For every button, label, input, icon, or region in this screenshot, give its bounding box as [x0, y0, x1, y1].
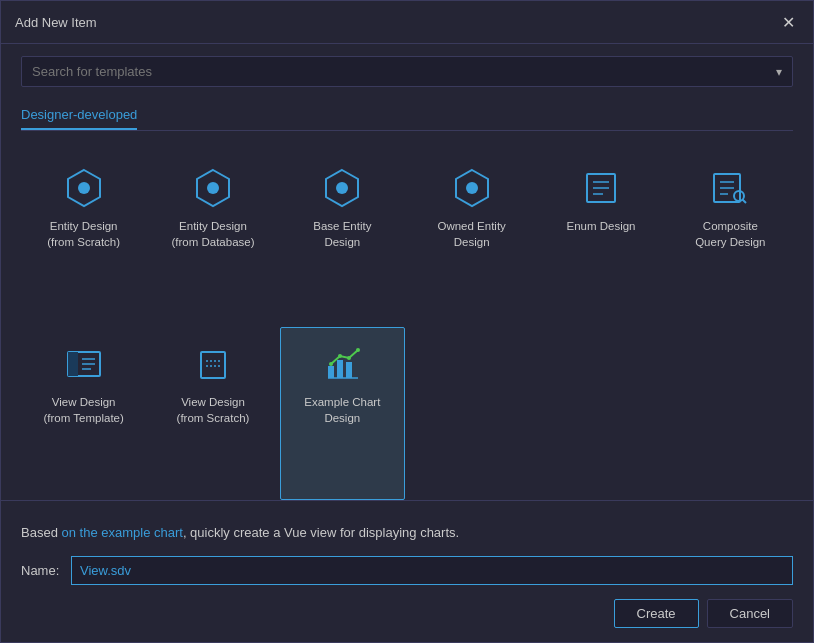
search-input[interactable] — [32, 57, 776, 86]
templates-grid: Entity Design(from Scratch) Entity Desig… — [21, 151, 793, 500]
template-enum-design[interactable]: Enum Design — [538, 151, 663, 323]
template-view-scratch[interactable]: View Design(from Scratch) — [150, 327, 275, 499]
footer-description: Based on the example chart, quickly crea… — [21, 523, 793, 543]
chevron-down-icon: ▾ — [776, 65, 782, 79]
template-label: Example ChartDesign — [304, 394, 380, 426]
hexagon-database-icon — [191, 166, 235, 210]
dialog-body: ▾ Designer-developed Entity Design(from … — [1, 44, 813, 500]
svg-rect-26 — [328, 366, 334, 378]
template-label: Base EntityDesign — [313, 218, 371, 250]
svg-point-3 — [207, 182, 219, 194]
svg-point-29 — [329, 362, 333, 366]
search-bar[interactable]: ▾ — [21, 56, 793, 87]
chart-icon — [320, 342, 364, 386]
footer-section: Based on the example chart, quickly crea… — [1, 513, 813, 643]
dialog-title: Add New Item — [15, 15, 97, 30]
svg-rect-28 — [346, 362, 352, 378]
template-label: Owned EntityDesign — [437, 218, 505, 250]
cancel-button[interactable]: Cancel — [707, 599, 793, 628]
name-input[interactable] — [71, 556, 793, 585]
title-bar: Add New Item ✕ — [1, 1, 813, 44]
tab-designer-developed[interactable]: Designer-developed — [21, 101, 137, 130]
button-row: Create Cancel — [21, 599, 793, 628]
hexagon-icon — [62, 166, 106, 210]
svg-point-30 — [338, 354, 342, 358]
svg-line-17 — [743, 200, 747, 204]
template-composite-query[interactable]: CompositeQuery Design — [668, 151, 793, 323]
template-example-chart[interactable]: Example ChartDesign — [280, 327, 405, 499]
template-label: View Design(from Scratch) — [177, 394, 250, 426]
tabs-row: Designer-developed — [21, 101, 793, 131]
template-label: Enum Design — [566, 218, 635, 234]
template-owned-entity[interactable]: Owned EntityDesign — [409, 151, 534, 323]
view-template-icon — [62, 342, 106, 386]
owned-entity-icon — [450, 166, 494, 210]
svg-point-32 — [356, 348, 360, 352]
base-entity-icon — [320, 166, 364, 210]
template-label: Entity Design(from Scratch) — [47, 218, 120, 250]
svg-point-1 — [78, 182, 90, 194]
view-scratch-icon — [191, 342, 235, 386]
template-entity-database[interactable]: Entity Design(from Database) — [150, 151, 275, 323]
template-view-template[interactable]: View Design(from Template) — [21, 327, 146, 499]
template-label: View Design(from Template) — [44, 394, 124, 426]
create-button[interactable]: Create — [614, 599, 699, 628]
template-base-entity[interactable]: Base EntityDesign — [280, 151, 405, 323]
add-new-item-dialog: Add New Item ✕ ▾ Designer-developed — [0, 0, 814, 643]
enum-icon — [579, 166, 623, 210]
template-label: CompositeQuery Design — [695, 218, 765, 250]
svg-rect-27 — [337, 360, 343, 378]
svg-point-5 — [336, 182, 348, 194]
template-label: Entity Design(from Database) — [171, 218, 254, 250]
svg-rect-23 — [201, 352, 225, 378]
close-button[interactable]: ✕ — [777, 11, 799, 33]
svg-point-31 — [347, 356, 351, 360]
name-label: Name: — [21, 563, 61, 578]
svg-point-7 — [466, 182, 478, 194]
svg-rect-19 — [68, 352, 78, 376]
template-entity-scratch[interactable]: Entity Design(from Scratch) — [21, 151, 146, 323]
composite-query-icon — [708, 166, 752, 210]
name-row: Name: — [21, 556, 793, 585]
footer-divider — [1, 500, 813, 501]
